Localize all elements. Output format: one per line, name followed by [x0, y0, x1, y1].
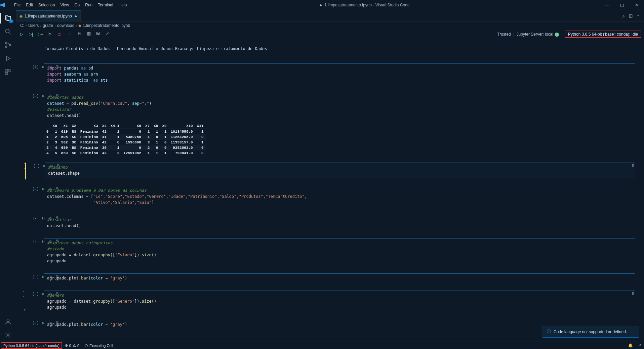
status-feedback-icon[interactable]: ↗ — [636, 342, 644, 349]
save-icon[interactable]: 🖫 — [95, 31, 101, 37]
code-content[interactable]: import pandas as pd import seaborn as sr… — [44, 63, 635, 86]
run-cell-icon[interactable]: ▷ — [42, 216, 45, 220]
breadcrumb[interactable]: C:› Users› grafm› download› ◆ 1.limpezat… — [16, 22, 644, 29]
run-cell-icon[interactable]: ▷ — [42, 94, 45, 98]
jupyter-server-indicator[interactable]: Jupyter Server: local — [517, 32, 553, 37]
code-content[interactable]: #tamanho dataset.shape — [45, 163, 635, 179]
menu-view[interactable]: View — [57, 0, 72, 10]
delete-cell-icon[interactable]: 🗑 — [631, 163, 635, 168]
activity-source-control-icon[interactable] — [0, 38, 16, 52]
activity-search-icon[interactable] — [0, 25, 16, 38]
move-cell-up-icon[interactable]: ˄ — [24, 163, 27, 167]
add-cell-icon[interactable]: ＋ — [67, 31, 73, 37]
code-content[interactable]: #visulizar dataset.head() — [44, 215, 635, 231]
code-content[interactable]: agrupado.plot.bar(color = 'gray') — [44, 273, 635, 284]
maximize-icon[interactable]: ▢ — [614, 0, 629, 10]
code-content[interactable]: #importar dados dataset = pd.read_csv("C… — [44, 93, 635, 121]
cell-markdown-icon[interactable]: M↓ — [56, 94, 60, 98]
run-line-icon[interactable]: |▷ — [48, 274, 52, 279]
run-line-icon[interactable]: |▷ — [48, 321, 52, 325]
delete-cell-icon[interactable]: 🗑 — [631, 291, 635, 296]
run-all-below-icon[interactable]: ▷» — [38, 32, 43, 37]
run-line-icon[interactable]: |▷ — [48, 64, 52, 69]
run-all-icon[interactable]: ▷ — [622, 13, 625, 18]
run-cell-icon[interactable]: ▷ — [42, 274, 45, 279]
cell-markdown-icon[interactable]: M↓ — [56, 321, 60, 325]
menu-run[interactable]: Run — [82, 0, 95, 10]
export-icon[interactable]: ⎘ — [77, 31, 82, 37]
code-cell[interactable]: ˄ ˅ ＋ [-] ▷ |▷ M↓ 🗑 #tamanho dataset.sha… — [25, 163, 635, 179]
more-actions-icon[interactable]: ⋯ — [637, 13, 641, 18]
run-cell-icon[interactable]: ▷ — [19, 32, 24, 37]
code-cell[interactable]: [-] ▷ |▷ M↓ agrupado.plot.bar(color = 'g… — [25, 273, 635, 284]
code-content[interactable]: #primeiro problema é dar nomes as coluna… — [44, 186, 635, 208]
add-cell-below-icon[interactable]: ＋ — [24, 177, 27, 181]
status-python-interpreter[interactable]: Python 3.8.5 64-bit ('base': conda) — [1, 342, 62, 349]
run-line-icon[interactable]: |▷ — [48, 187, 52, 191]
cell-markdown-icon[interactable]: M↓ — [56, 292, 60, 296]
trusted-indicator[interactable]: Trusted — [497, 32, 511, 37]
variables-icon[interactable]: ▦ — [86, 31, 91, 37]
activity-explorer-icon[interactable]: 1 — [0, 11, 16, 25]
activity-settings-icon[interactable] — [0, 328, 16, 342]
crumb-file[interactable]: 1.limpezatratamento.ipynb — [83, 23, 130, 28]
cell-markdown-icon[interactable]: M↓ — [56, 239, 60, 244]
code-cell[interactable]: [-] ▷ |▷ M↓ #explorar dados categoricos … — [25, 238, 635, 267]
run-cell-icon[interactable]: ▷ — [42, 321, 45, 325]
tab-notebook[interactable]: ◆ 1.limpezatratamento.ipynb ● — [16, 10, 81, 22]
expand-icon[interactable]: ⤢ — [105, 31, 110, 37]
move-cell-up-icon[interactable]: ˄ — [23, 291, 26, 295]
status-executing[interactable]: ◌ Executing Cell — [82, 342, 116, 349]
cell-markdown-icon[interactable]: M↓ — [56, 274, 60, 279]
menu-edit[interactable]: Edit — [23, 0, 36, 10]
run-line-icon[interactable]: |▷ — [48, 292, 52, 296]
code-cell[interactable]: [-] ▷ |▷ M↓ #visulizar dataset.head() — [25, 215, 635, 231]
cell-markdown-icon[interactable]: M↓ — [56, 187, 60, 191]
crumb-users[interactable]: Users — [28, 23, 39, 28]
split-editor-icon[interactable]: ◫ — [629, 13, 633, 18]
notebook-body[interactable]: Formação Cientista de Dados - Fernando A… — [16, 39, 644, 342]
crumb-drive[interactable]: C: — [20, 23, 24, 28]
run-cell-icon[interactable]: ▷ — [42, 187, 45, 191]
run-cell-icon[interactable]: ▷ — [42, 292, 45, 296]
code-content[interactable]: #explorar dados categoricos #estado agru… — [44, 238, 635, 267]
run-cell-icon[interactable]: ▷ — [42, 64, 45, 69]
minimize-icon[interactable]: — — [600, 0, 614, 10]
run-line-icon[interactable]: |▷ — [48, 239, 52, 244]
status-notifications-icon[interactable]: 🔔 — [626, 342, 636, 349]
code-cell[interactable]: [1] ▷ |▷ M↓ import pandas as pd import s… — [25, 63, 635, 86]
close-icon[interactable]: ✕ — [629, 0, 644, 10]
notification-toast[interactable]: ⓘ Code language not supported or defined… — [542, 326, 639, 338]
code-cell[interactable]: ˄ ˅ ＋ [-] ▷ |▷ M↓ 🗑 #genero agrupado = d… — [25, 291, 635, 313]
activity-account-icon[interactable] — [0, 315, 16, 328]
menu-go[interactable]: Go — [72, 0, 82, 10]
menu-file[interactable]: File — [11, 0, 23, 10]
menu-selection[interactable]: Selection — [36, 0, 57, 10]
activity-run-debug-icon[interactable] — [0, 52, 16, 65]
run-cell-icon[interactable]: ▷ — [43, 164, 46, 168]
kernel-selector[interactable]: Python 3.8.5 64-bit ('base': conda): Idl… — [565, 31, 641, 38]
cell-markdown-icon[interactable]: M↓ — [56, 64, 60, 69]
add-cell-below-icon[interactable]: ＋ — [23, 307, 26, 312]
status-problems[interactable]: ⊘0 ⚠0 — [62, 342, 82, 349]
code-content[interactable]: #genero agrupado = dataset.groupby(['Gen… — [44, 291, 635, 313]
cell-markdown-icon[interactable]: M↓ — [56, 216, 60, 220]
move-cell-down-icon[interactable]: ˅ — [23, 296, 26, 300]
code-cell[interactable]: [-] ▷ |▷ M↓ #primeiro problema é dar nom… — [25, 186, 635, 208]
move-cell-down-icon[interactable]: ˅ — [24, 168, 27, 172]
run-all-above-icon[interactable]: ▷| — [28, 32, 34, 37]
menu-terminal[interactable]: Terminal — [95, 0, 116, 10]
run-line-icon[interactable]: |▷ — [48, 216, 52, 220]
crumb-user[interactable]: grafm — [43, 23, 53, 28]
interrupt-kernel-icon[interactable]: □ — [56, 32, 62, 37]
run-cell-icon[interactable]: ▷ — [42, 239, 45, 244]
markdown-cell[interactable]: Formação Cientista de Dados - Fernando A… — [25, 44, 635, 57]
menu-help[interactable]: Help — [116, 0, 130, 10]
run-line-icon[interactable]: |▷ — [48, 94, 52, 98]
crumb-folder[interactable]: download — [57, 23, 74, 28]
restart-kernel-icon[interactable]: ↻ — [47, 32, 52, 37]
code-cell[interactable]: [2] ▷ |▷ M↓ #importar dados dataset = pd… — [25, 93, 635, 156]
cell-markdown-icon[interactable]: M↓ — [57, 164, 61, 168]
activity-extensions-icon[interactable] — [0, 65, 16, 79]
run-line-icon[interactable]: |▷ — [49, 164, 53, 168]
